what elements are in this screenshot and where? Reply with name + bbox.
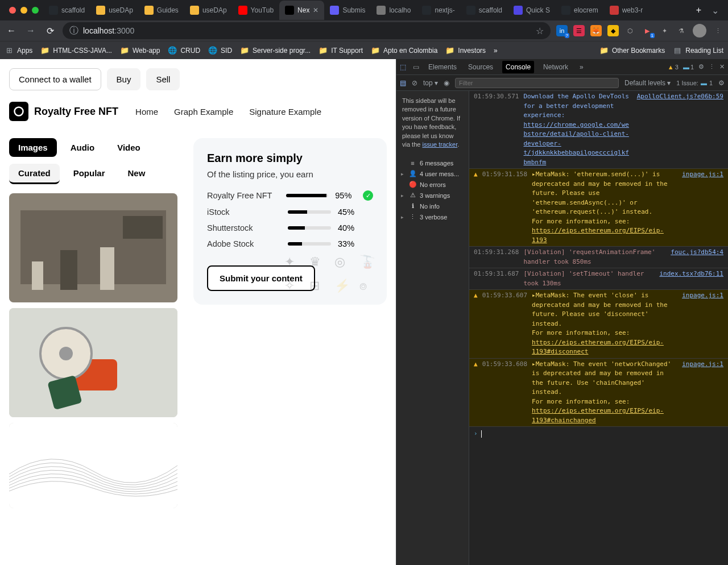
extension-icon[interactable]: ⬡ xyxy=(624,25,636,36)
brand[interactable]: Royalty Free NFT xyxy=(9,102,118,121)
filter-tab[interactable]: Popular xyxy=(64,164,114,184)
console-message[interactable]: 01:59:31.268[Violation] 'requestAnimatio… xyxy=(469,247,728,268)
console-message[interactable]: 01:59:31.687[Violation] 'setTimeout' han… xyxy=(469,268,728,290)
issue-tracker-link[interactable]: issue tracker xyxy=(422,141,457,148)
console-message[interactable]: 01:59:30.571Download the Apollo DevTools… xyxy=(469,91,728,169)
image-thumbnail[interactable] xyxy=(9,423,177,508)
image-thumbnail[interactable] xyxy=(9,193,177,302)
close-window-icon[interactable] xyxy=(9,7,16,14)
tabs-overflow-icon[interactable]: ⌄ xyxy=(707,5,723,16)
extension-icon[interactable]: ▶1 xyxy=(642,25,653,36)
console-filter-input[interactable] xyxy=(455,78,619,88)
reload-button[interactable]: ⟳ xyxy=(43,24,57,38)
log-levels-selector[interactable]: Default levels ▾ xyxy=(624,79,671,87)
warning-count-badge[interactable]: ▲3 xyxy=(668,64,679,70)
console-group[interactable]: 🔴No errors xyxy=(396,179,469,190)
bookmark-item[interactable]: 📁Investors xyxy=(445,46,486,55)
devtools-menu-icon[interactable]: ⋮ xyxy=(709,63,715,70)
media-tab[interactable]: Images xyxy=(9,138,57,157)
console-group[interactable]: ▸⚠3 warnings xyxy=(396,190,469,201)
browser-tab[interactable]: Nex✕ xyxy=(279,1,324,20)
log-source-link[interactable]: fouc.js?db54:4 xyxy=(671,248,723,267)
connect-wallet-button[interactable]: Connect to a wallet xyxy=(9,68,101,90)
live-expression-icon[interactable]: ◉ xyxy=(444,79,449,87)
browser-tab[interactable]: elocrem xyxy=(556,1,604,20)
bookmark-item[interactable]: 📁Web-app xyxy=(120,46,160,55)
devtools-close-icon[interactable]: ✕ xyxy=(719,63,725,70)
close-tab-icon[interactable]: ✕ xyxy=(313,6,318,14)
extension-icon[interactable]: in? xyxy=(556,25,568,36)
media-tab[interactable]: Audio xyxy=(61,138,104,157)
bookmark-item[interactable]: 🌐CRUD xyxy=(168,46,200,55)
image-thumbnail[interactable] xyxy=(9,308,177,417)
inspect-icon[interactable]: ⬚ xyxy=(400,63,406,71)
console-settings-icon[interactable]: ⚙ xyxy=(718,79,725,87)
console-message[interactable]: ▲ 01:59:33.608▸MetaMask: The event 'netw… xyxy=(469,359,728,427)
media-tab[interactable]: Video xyxy=(108,138,150,157)
new-tab-button[interactable]: + xyxy=(690,5,707,15)
bookmark-item[interactable]: 📁IT Support xyxy=(318,46,363,55)
browser-tab[interactable]: scaffold xyxy=(43,1,90,20)
issues-badge[interactable]: 1 Issue: ▬1 xyxy=(676,80,713,86)
browser-tab[interactable]: useDAp xyxy=(184,1,233,20)
browser-tab[interactable]: useDAp xyxy=(90,1,139,20)
maximize-window-icon[interactable] xyxy=(32,7,39,14)
devtools-tab-network[interactable]: Network xyxy=(541,63,570,71)
other-bookmarks[interactable]: 📁Other Bookmarks xyxy=(599,46,665,55)
browser-tab[interactable]: localho xyxy=(371,1,416,20)
log-source-link[interactable]: inpage.js:1 xyxy=(682,291,723,357)
site-info-icon[interactable]: ⓘ xyxy=(69,25,78,37)
bookmark-item[interactable]: ⊞Apps xyxy=(5,46,32,55)
devtools-tab-console[interactable]: Console xyxy=(502,61,534,73)
browser-tab[interactable]: nextjs- xyxy=(416,1,460,20)
minimize-window-icon[interactable] xyxy=(20,7,27,14)
bookmark-star-icon[interactable]: ☆ xyxy=(536,26,544,36)
console-message[interactable]: ▲ 01:59:33.607▸MetaMask: The event 'clos… xyxy=(469,290,728,359)
browser-tab[interactable]: scaffold xyxy=(461,1,508,20)
bookmark-item[interactable]: 📁Apto en Colombia xyxy=(371,46,437,55)
reading-list[interactable]: ▤Reading List xyxy=(673,46,723,55)
clear-console-icon[interactable]: ⊘ xyxy=(412,79,417,87)
console-group[interactable]: ℹNo info xyxy=(396,201,469,211)
browser-tab[interactable]: Guides xyxy=(139,1,184,20)
omnibox[interactable]: ⓘ localhost:3000 ☆ xyxy=(63,22,551,39)
bookmark-item[interactable]: 📁Server-side progr... xyxy=(240,46,311,55)
profile-avatar[interactable] xyxy=(693,24,706,38)
back-button[interactable]: ← xyxy=(5,24,18,38)
buy-button[interactable]: Buy xyxy=(107,68,141,90)
log-source-link[interactable]: inpage.js:1 xyxy=(682,360,723,426)
log-source-link[interactable]: ApolloClient.js?e06b:59 xyxy=(637,92,723,167)
console-group[interactable]: ▸⋮3 verbose xyxy=(396,211,469,222)
context-selector[interactable]: top ▾ xyxy=(423,79,438,87)
bookmarks-overflow[interactable]: » xyxy=(494,47,498,55)
nav-link[interactable]: Home xyxy=(135,107,158,117)
console-message[interactable]: ▲ 01:59:31.158▸MetaMask: 'ethereum.send(… xyxy=(469,169,728,247)
filter-tab[interactable]: New xyxy=(119,164,155,184)
sell-button[interactable]: Sell xyxy=(146,68,180,90)
devtools-tab-sources[interactable]: Sources xyxy=(466,63,495,71)
browser-tab[interactable]: Quick S xyxy=(508,1,556,20)
nav-link[interactable]: Signature Example xyxy=(249,107,321,117)
bookmark-item[interactable]: 🌐SID xyxy=(208,46,232,55)
extensions-menu-icon[interactable]: ✦ xyxy=(659,25,670,36)
log-source-link[interactable]: index.tsx?db76:11 xyxy=(659,269,723,288)
log-source-link[interactable]: inpage.js:1 xyxy=(682,170,723,245)
console-prompt[interactable]: › xyxy=(469,427,728,441)
devtools-settings-icon[interactable]: ⚙ xyxy=(698,63,704,70)
chrome-menu-icon[interactable]: ⋮ xyxy=(712,25,723,36)
metamask-icon[interactable]: 🦊 xyxy=(590,25,602,36)
browser-tab[interactable]: Submis xyxy=(324,1,371,20)
bookmark-item[interactable]: 📁HTML-CSS-JAVA... xyxy=(40,46,112,55)
console-group[interactable]: ▸👤4 user mess... xyxy=(396,168,469,179)
console-group[interactable]: ≡6 messages xyxy=(396,158,469,168)
nav-link[interactable]: Graph Example xyxy=(174,107,233,117)
devtools-tabs-more[interactable]: » xyxy=(577,63,586,71)
browser-tab[interactable]: web3-r xyxy=(604,1,649,20)
console-sidebar-toggle-icon[interactable]: ▤ xyxy=(400,79,406,87)
filter-tab[interactable]: Curated xyxy=(9,164,60,184)
labs-icon[interactable]: ⚗ xyxy=(676,25,687,36)
devtools-tab-elements[interactable]: Elements xyxy=(426,63,459,71)
device-toggle-icon[interactable]: ▭ xyxy=(413,63,419,71)
extension-icon[interactable]: ◆ xyxy=(607,25,619,36)
message-count-badge[interactable]: ▬1 xyxy=(683,64,694,70)
